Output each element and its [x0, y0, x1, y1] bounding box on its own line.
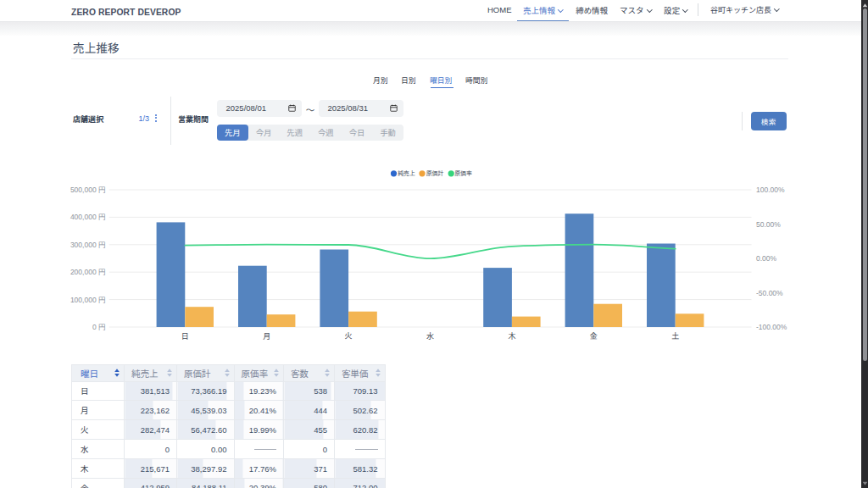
svg-text:木: 木 — [508, 330, 515, 341]
svg-text:原価計: 原価計 — [426, 169, 444, 177]
svg-text:200,000 円: 200,000 円 — [70, 266, 106, 276]
svg-text:水: 水 — [426, 330, 434, 341]
svg-text:土: 土 — [671, 330, 679, 341]
svg-text:50.00%: 50.00% — [756, 220, 781, 229]
svg-text:月: 月 — [263, 330, 270, 341]
svg-text:火: 火 — [345, 330, 353, 341]
svg-text:金: 金 — [590, 330, 598, 341]
svg-text:0 円: 0 円 — [92, 321, 106, 331]
svg-text:原価率: 原価率 — [454, 169, 472, 177]
svg-text:0.00%: 0.00% — [756, 254, 777, 263]
svg-text:純売上: 純売上 — [398, 169, 415, 177]
svg-text:500,000 円: 500,000 円 — [70, 184, 106, 194]
svg-text:日: 日 — [181, 330, 189, 341]
svg-text:400,000 円: 400,000 円 — [70, 211, 106, 221]
svg-text:100.00%: 100.00% — [756, 186, 785, 194]
svg-text:100,000 円: 100,000 円 — [70, 294, 106, 304]
svg-text:-50.00%: -50.00% — [756, 289, 783, 297]
svg-text:300,000 円: 300,000 円 — [70, 239, 106, 249]
svg-text:-100.00%: -100.00% — [756, 323, 787, 331]
